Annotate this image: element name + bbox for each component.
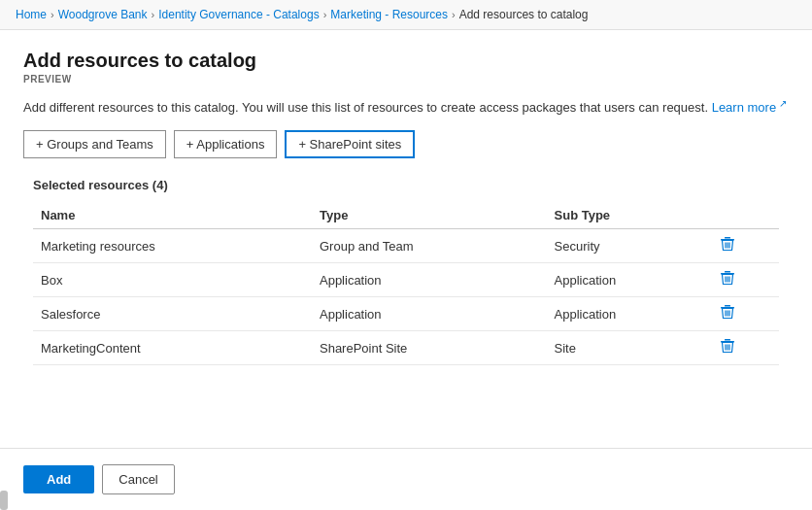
- cell-name: Salesforce: [33, 297, 312, 331]
- breadcrumb-woodgrove[interactable]: Woodgrove Bank: [58, 8, 148, 21]
- table-row: Marketing resourcesGroup and TeamSecurit…: [33, 229, 779, 263]
- breadcrumb-sep-1: ›: [51, 9, 54, 20]
- svg-rect-11: [725, 305, 730, 307]
- table-row: MarketingContentSharePoint SiteSite: [33, 331, 779, 365]
- col-subtype: Sub Type: [547, 202, 713, 229]
- sharepoint-sites-button[interactable]: + SharePoint sites: [285, 130, 415, 158]
- external-link-icon: ↗: [776, 98, 787, 109]
- cell-name: MarketingContent: [33, 331, 312, 365]
- breadcrumb-sep-3: ›: [323, 9, 327, 20]
- cell-name: Marketing resources: [33, 229, 312, 263]
- cancel-button[interactable]: Cancel: [102, 464, 174, 494]
- table-row: BoxApplicationApplication: [33, 263, 779, 297]
- cell-subtype: Security: [547, 229, 713, 263]
- footer: Add Cancel: [0, 448, 812, 510]
- table-header-row: Name Type Sub Type: [33, 202, 779, 229]
- cell-subtype: Application: [547, 263, 713, 297]
- cell-type: SharePoint Site: [312, 331, 547, 365]
- main-content: Add resources to catalog PREVIEW Add dif…: [0, 30, 812, 385]
- scrollbar[interactable]: [0, 491, 8, 510]
- cell-type: Application: [312, 297, 547, 331]
- breadcrumb-current: Add resources to catalog: [459, 8, 589, 21]
- table-row: SalesforceApplicationApplication: [33, 297, 779, 331]
- col-actions: [712, 202, 779, 229]
- cell-name: Box: [33, 263, 312, 297]
- col-name: Name: [33, 202, 312, 229]
- svg-rect-1: [725, 237, 730, 239]
- cell-subtype: Application: [547, 297, 713, 331]
- learn-more-link[interactable]: Learn more ↗: [712, 100, 787, 115]
- cell-type: Group and Team: [312, 229, 547, 263]
- add-button[interactable]: Add: [23, 465, 94, 493]
- cell-subtype: Site: [547, 331, 713, 365]
- breadcrumb-home[interactable]: Home: [16, 8, 47, 21]
- delete-icon[interactable]: [720, 338, 735, 357]
- cell-action: [712, 229, 779, 263]
- breadcrumb-sep-4: ›: [452, 9, 456, 20]
- breadcrumb: Home › Woodgrove Bank › Identity Governa…: [0, 0, 812, 30]
- delete-icon[interactable]: [720, 304, 735, 323]
- delete-icon[interactable]: [720, 270, 735, 289]
- selected-resources-label: Selected resources (4): [33, 178, 789, 192]
- page-title: Add resources to catalog: [23, 50, 789, 72]
- applications-button[interactable]: + Applications: [174, 130, 278, 158]
- description-text: Add different resources to this catalog.…: [23, 98, 789, 115]
- cell-action: [712, 297, 779, 331]
- breadcrumb-identity-governance[interactable]: Identity Governance - Catalogs: [158, 8, 319, 21]
- preview-label: PREVIEW: [23, 74, 789, 85]
- col-type: Type: [312, 202, 547, 229]
- cell-type: Application: [312, 263, 547, 297]
- delete-icon[interactable]: [720, 236, 735, 255]
- cell-action: [712, 331, 779, 365]
- svg-rect-16: [725, 339, 730, 341]
- breadcrumb-marketing-resources[interactable]: Marketing - Resources: [330, 8, 448, 21]
- breadcrumb-sep-2: ›: [152, 9, 155, 20]
- groups-teams-button[interactable]: + Groups and Teams: [23, 130, 166, 158]
- svg-rect-6: [725, 271, 730, 273]
- resource-type-buttons: + Groups and Teams + Applications + Shar…: [23, 130, 789, 158]
- cell-action: [712, 263, 779, 297]
- resource-table: Name Type Sub Type Marketing resourcesGr…: [33, 202, 779, 365]
